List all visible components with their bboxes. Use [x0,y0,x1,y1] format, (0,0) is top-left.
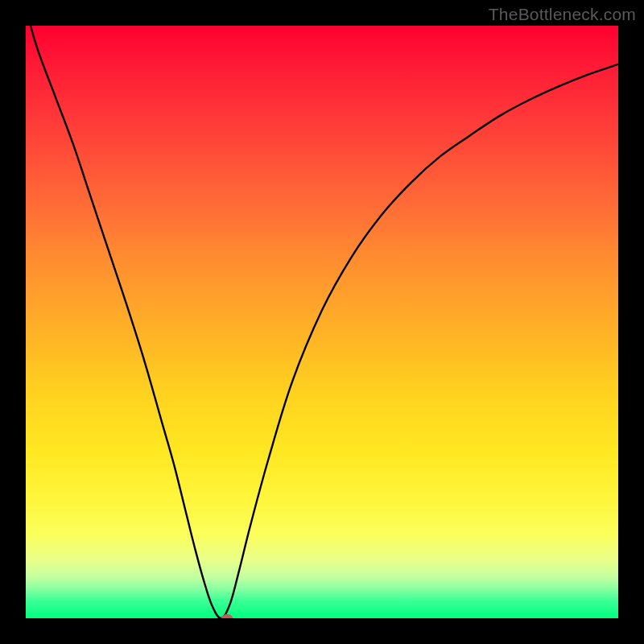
bottleneck-curve [26,26,618,618]
optimum-marker [221,614,233,618]
plot-area [26,26,618,618]
chart-frame: TheBottleneck.com [0,0,644,644]
watermark-text: TheBottleneck.com [489,5,636,24]
